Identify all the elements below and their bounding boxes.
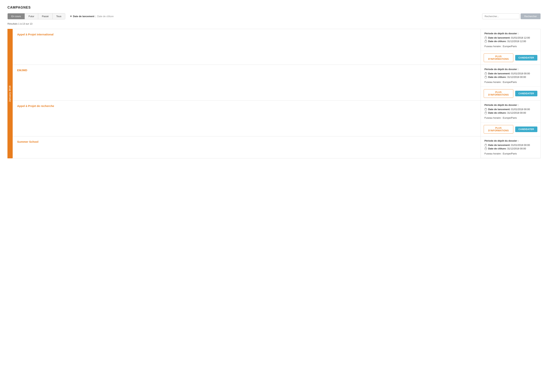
launch-label: Date de lancement: 01/01/2018 00:00 <box>488 108 530 111</box>
sort-options: ▼ Date de lancement | Date de clôture <box>70 15 114 18</box>
campaign-actions: PLUS D'INFORMATIONS CANDIDATER <box>481 51 540 65</box>
campaign-info: Période de dépôt du dossier : Date de la… <box>481 136 540 158</box>
launch-date-row: Date de lancement: 01/01/2018 00:00 <box>484 72 537 75</box>
campaign-name: Appel à Projet international <box>17 33 476 36</box>
launch-label: Date de lancement: 01/01/2018 00:00 <box>488 72 530 75</box>
launch-label: Date de lancement: 01/01/2018 12:00 <box>488 36 530 39</box>
filter-tabs: En cours Futur Passé Tous <box>7 13 65 19</box>
campaign-actions: PLUS D'INFORMATIONS CANDIDATER <box>481 87 540 100</box>
clock-icon <box>484 108 487 111</box>
timezone: Fuseau horaire : Europe/Paris <box>484 81 537 84</box>
clock-icon <box>484 72 487 75</box>
chevron-down-icon: ▼ <box>70 15 72 18</box>
close-label: Date de clôture: 31/12/2018 12:00 <box>488 40 526 43</box>
period-title: Période de dépôt du dossier : <box>484 104 537 106</box>
timezone: Fuseau horaire : Europe/Paris <box>484 116 537 119</box>
month-group-january-2018: January 2018 Appel à Projet internationa… <box>7 29 541 158</box>
sort-inactive-label[interactable]: Date de clôture <box>97 15 114 18</box>
search-input[interactable] <box>482 14 520 19</box>
clock-icon-2 <box>484 112 487 114</box>
campaign-name: Summer School <box>17 140 476 143</box>
campaign-left: Summer School <box>13 136 481 158</box>
campaign-item: Summer School Période de dépôt du dossie… <box>13 136 540 158</box>
more-info-button[interactable]: PLUS D'INFORMATIONS <box>484 54 513 62</box>
campaign-item: Appel à Projet international Période de … <box>13 29 540 65</box>
campaign-right: Période de dépôt du dossier : Date de la… <box>481 29 540 65</box>
clock-icon-2 <box>484 147 487 150</box>
tab-passe[interactable]: Passé <box>38 14 53 19</box>
campaign-name: Appel à Projet de recherche <box>17 104 476 107</box>
close-date-row: Date de clôture: 31/12/2018 12:00 <box>484 40 537 43</box>
campaign-right: Période de dépôt du dossier : Date de la… <box>481 65 540 100</box>
search-button[interactable]: Rechercher <box>521 14 541 19</box>
campaign-info: Période de dépôt du dossier : Date de la… <box>481 29 540 51</box>
close-date-row: Date de clôture: 31/12/2018 00:00 <box>484 112 537 114</box>
campaign-left: EMJMD <box>13 65 481 100</box>
campaign-left: Appel à Projet international <box>13 29 481 65</box>
close-label: Date de clôture: 31/12/2018 00:00 <box>488 76 526 78</box>
campaign-right: Période de dépôt du dossier : Date de la… <box>481 101 540 136</box>
apply-button[interactable]: CANDIDATER <box>515 126 537 132</box>
campaign-item: Appel à Projet de recherche Période de d… <box>13 101 540 136</box>
apply-button[interactable]: CANDIDATER <box>515 55 537 61</box>
campaign-info: Période de dépôt du dossier : Date de la… <box>481 101 540 122</box>
month-label: January 2018 <box>7 29 13 158</box>
more-info-button[interactable]: PLUS D'INFORMATIONS <box>484 89 513 98</box>
campaign-actions: PLUS D'INFORMATIONS CANDIDATER <box>481 122 540 136</box>
campaigns-list: January 2018 Appel à Projet internationa… <box>7 29 541 162</box>
period-title: Période de dépôt du dossier : <box>484 139 537 142</box>
launch-date-row: Date de lancement: 01/01/2018 00:00 <box>484 144 537 147</box>
launch-label: Date de lancement: 01/01/2018 00:00 <box>488 144 530 147</box>
campaign-name: EMJMD <box>17 69 476 72</box>
clock-icon <box>484 36 487 39</box>
launch-date-row: Date de lancement: 01/01/2018 12:00 <box>484 36 537 39</box>
campaign-item: EMJMD Période de dépôt du dossier : Date… <box>13 65 540 101</box>
results-count: Résultats 1 à 13 sur 13 <box>7 22 541 25</box>
tab-tous[interactable]: Tous <box>53 14 65 19</box>
period-title: Période de dépôt du dossier : <box>484 32 537 35</box>
search-area: Rechercher <box>482 14 541 19</box>
filter-bar: En cours Futur Passé Tous ▼ Date de lanc… <box>7 13 541 19</box>
sort-divider: | <box>95 15 96 18</box>
page-title: CAMPAGNES <box>7 6 541 9</box>
close-date-row: Date de clôture: 31/12/2018 00:00 <box>484 147 537 150</box>
close-label: Date de clôture: 31/12/2018 00:00 <box>488 112 526 114</box>
sort-active-label[interactable]: ▼ Date de lancement <box>70 15 94 18</box>
clock-icon <box>484 144 487 147</box>
clock-icon-2 <box>484 40 487 43</box>
launch-date-row: Date de lancement: 01/01/2018 00:00 <box>484 108 537 111</box>
period-title: Période de dépôt du dossier : <box>484 68 537 71</box>
timezone: Fuseau horaire : Europe/Paris <box>484 152 537 155</box>
apply-button[interactable]: CANDIDATER <box>515 91 537 96</box>
close-date-row: Date de clôture: 31/12/2018 00:00 <box>484 76 537 78</box>
timezone: Fuseau horaire : Europe/Paris <box>484 45 537 48</box>
campaign-left: Appel à Projet de recherche <box>13 101 481 136</box>
close-label: Date de clôture: 31/12/2018 00:00 <box>488 147 526 150</box>
campaign-info: Période de dépôt du dossier : Date de la… <box>481 65 540 87</box>
tab-en-cours[interactable]: En cours <box>8 14 25 19</box>
campaign-right: Période de dépôt du dossier : Date de la… <box>481 136 540 158</box>
campaigns-in-group: Appel à Projet international Période de … <box>13 29 541 158</box>
tab-futur[interactable]: Futur <box>25 14 38 19</box>
more-info-button[interactable]: PLUS D'INFORMATIONS <box>484 125 513 133</box>
clock-icon-2 <box>484 76 487 78</box>
